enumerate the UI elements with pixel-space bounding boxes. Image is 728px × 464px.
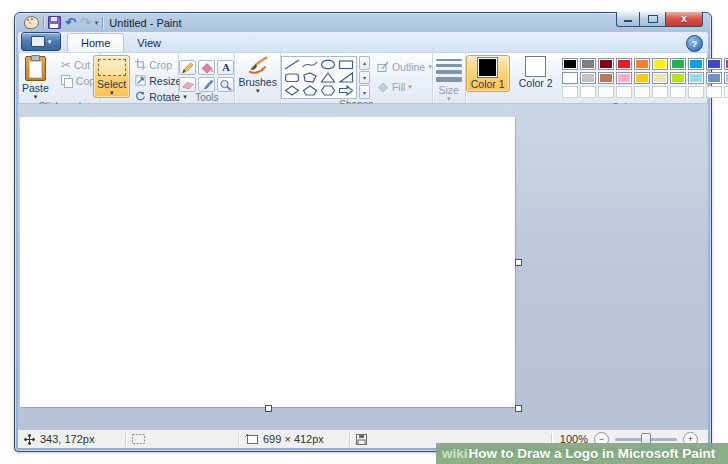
select-button[interactable]: Select ▾ [93,55,130,98]
resize-handle-right[interactable] [515,259,522,266]
color-palette-grid [562,58,728,98]
color2-swatch [525,56,546,77]
color1-button[interactable]: Color 1 [466,55,510,92]
color-swatch[interactable] [688,58,704,70]
size-button[interactable]: Size ▾ [433,55,465,103]
brushes-button[interactable]: Brushes ▾ [235,55,280,95]
color-swatch[interactable] [724,72,728,84]
text-tool[interactable]: A [217,60,234,75]
color-swatch[interactable] [598,58,614,70]
color1-swatch [477,57,498,78]
group-label-brushes [235,95,280,103]
application-menu-button[interactable]: ▾ [21,32,61,51]
outline-button[interactable]: Outline ▾ [377,59,432,74]
tools-grid: A [179,60,234,92]
shape-triangle[interactable] [319,71,337,84]
color-swatch[interactable] [598,72,614,84]
scroll-down-icon[interactable]: ▾ [359,71,370,85]
empty-color-slot[interactable] [634,86,650,98]
shape-hexagon[interactable] [319,84,337,97]
diamond-icon [283,84,301,97]
help-icon[interactable]: ? [686,35,703,52]
color-swatch[interactable] [616,72,632,84]
shape-arrow-right[interactable] [337,84,355,97]
text-icon: A [222,62,230,73]
empty-color-slot[interactable] [724,86,728,98]
paste-button[interactable]: Paste ▾ [19,55,52,101]
color-swatch[interactable] [652,72,668,84]
pencil-icon [181,62,195,74]
color-swatch[interactable] [562,58,578,70]
pencil-tool[interactable] [179,60,196,75]
paint-app-icon[interactable] [24,16,39,29]
selection-size-section [126,430,238,448]
color-swatch[interactable] [724,58,728,70]
outline-icon [377,61,389,73]
shape-rectangle[interactable] [337,58,355,71]
chevron-down-icon: ▾ [447,96,451,102]
crop-label: Crop [149,59,172,71]
color-swatch[interactable] [580,58,596,70]
color-swatch[interactable] [652,58,668,70]
shape-ellipse[interactable] [319,58,337,71]
zoom-slider-track[interactable] [615,438,677,441]
file-size-icon [356,434,367,445]
shape-polygon[interactable] [301,71,319,84]
save-icon[interactable] [48,16,61,29]
color-swatch[interactable] [634,72,650,84]
color-swatch[interactable] [580,72,596,84]
cursor-position-icon [24,434,35,445]
minimize-button[interactable] [616,12,640,27]
shape-line[interactable] [283,58,301,71]
cursor-position-section: 343, 172px [18,430,125,448]
customize-quick-access-icon[interactable]: ▾ [95,19,99,27]
more-shapes-icon[interactable]: ▾ [359,85,370,99]
fill-button[interactable]: Fill ▾ [377,79,432,94]
size-icon [436,59,462,82]
color-swatch[interactable] [562,72,578,84]
shape-right-triangle[interactable] [337,71,355,84]
shape-rounded-rectangle[interactable] [283,71,301,84]
color-swatch[interactable] [634,58,650,70]
empty-color-slot[interactable] [562,86,578,98]
window-title: Untitled - Paint [109,17,181,29]
magnifier-tool[interactable] [217,77,234,92]
brushes-icon [246,56,270,76]
resize-handle-corner[interactable] [515,405,522,412]
chevron-down-icon: ▾ [48,38,52,45]
color-swatch[interactable] [670,58,686,70]
empty-color-slot[interactable] [580,86,596,98]
empty-color-slot[interactable] [598,86,614,98]
color-picker-tool[interactable] [198,77,215,92]
color-swatch[interactable] [706,58,722,70]
tab-view[interactable]: View [124,34,174,52]
drawing-canvas[interactable] [20,117,515,407]
eraser-tool[interactable] [179,77,196,92]
rotate-icon [135,91,146,102]
watermark-brand: wiki [442,446,468,461]
shape-curve[interactable] [301,58,319,71]
maximize-button[interactable] [640,12,665,27]
rounded-rectangle-icon [283,71,301,84]
undo-icon[interactable]: ↶ [65,17,76,28]
shape-pentagon[interactable] [301,84,319,97]
fill-with-color-tool[interactable] [198,60,215,75]
copy-icon [61,75,73,87]
close-button[interactable]: x [665,12,703,27]
empty-color-slot[interactable] [670,86,686,98]
color-swatch[interactable] [688,72,704,84]
color-swatch[interactable] [670,72,686,84]
resize-handle-bottom[interactable] [265,405,272,412]
color-swatch[interactable] [616,58,632,70]
empty-color-slot[interactable] [688,86,704,98]
scroll-up-icon[interactable]: ▴ [359,56,370,70]
empty-color-slot[interactable] [616,86,632,98]
empty-color-slot[interactable] [706,86,722,98]
color-swatch[interactable] [706,72,722,84]
color2-button[interactable]: Color 2 [515,55,557,90]
color-picker-icon [200,79,214,91]
tab-home[interactable]: Home [67,33,124,52]
shape-diamond[interactable] [283,84,301,97]
arrow-right-icon [337,84,355,97]
empty-color-slot[interactable] [652,86,668,98]
